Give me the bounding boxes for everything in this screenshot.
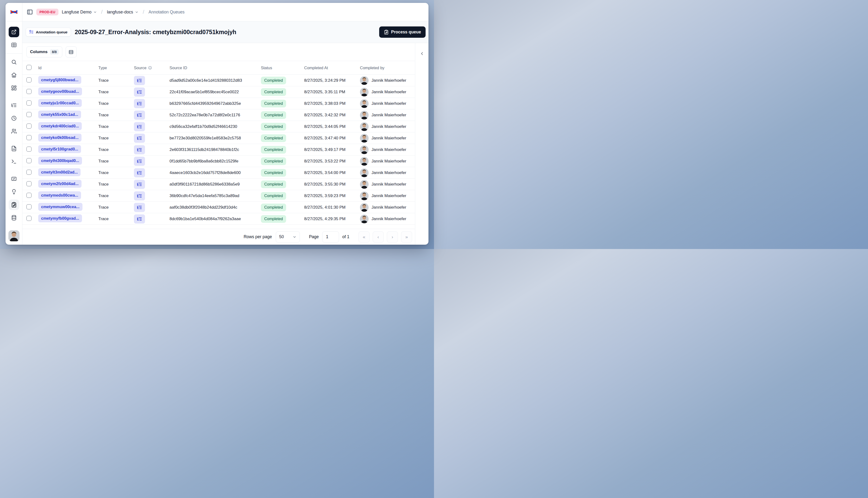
item-type: Trace <box>98 182 109 186</box>
column-header-status[interactable]: Status <box>258 61 302 75</box>
status-badge: Completed <box>261 111 286 119</box>
column-header-completed-by[interactable]: Completed by <box>358 61 415 75</box>
item-id-badge[interactable]: cmetylt3m00d2ad... <box>38 168 80 176</box>
sidebar-item-users[interactable] <box>9 126 19 136</box>
sidebar-item-traces[interactable] <box>9 100 19 110</box>
table-row[interactable]: cmetyg5j800bwad... Trace d5ad9d52a00c6e1… <box>22 75 415 86</box>
trace-source-badge[interactable] <box>134 157 145 166</box>
process-queue-button[interactable]: Process queue <box>379 26 426 38</box>
column-header-source-id[interactable]: Source ID <box>167 61 258 75</box>
trace-source-badge[interactable] <box>134 110 145 120</box>
item-id-badge[interactable]: cmetykdr400ciad0... <box>38 122 82 130</box>
sidebar-item-home[interactable] <box>9 70 19 80</box>
table-row[interactable]: cmetyko0k00bsad... Trace be7723e30d80205… <box>22 132 415 144</box>
row-checkbox[interactable] <box>26 204 31 209</box>
trace-source-badge[interactable] <box>134 145 145 154</box>
next-page-button[interactable]: › <box>387 232 398 243</box>
row-checkbox[interactable] <box>26 216 31 221</box>
row-checkbox[interactable] <box>26 147 31 152</box>
sidebar-item-search[interactable] <box>9 57 19 67</box>
completed-by-name: Jannik Maierhoefer <box>372 113 406 118</box>
row-checkbox[interactable] <box>26 170 31 175</box>
column-header-completed-at[interactable]: Completed At <box>302 61 358 75</box>
avatar <box>360 122 368 131</box>
source-id: a0df3f901167218d86b5286e6338a5e9 <box>169 182 240 186</box>
trace-source-badge[interactable] <box>134 203 145 212</box>
sidebar-item-evaluation[interactable] <box>9 173 19 184</box>
sidebar-item-open-external[interactable] <box>9 27 19 37</box>
row-checkbox[interactable] <box>26 181 31 186</box>
trace-source-badge[interactable] <box>134 168 145 178</box>
clipboard-pen-icon <box>384 29 389 35</box>
sidebar-item-dashboards[interactable] <box>9 83 19 93</box>
item-id-badge[interactable]: cmetymmuw00cea... <box>38 203 82 211</box>
table-row[interactable]: cmetym2fz00d4ad... Trace a0df3f901167218… <box>22 179 415 190</box>
info-icon <box>148 66 152 70</box>
avatar <box>360 215 368 223</box>
sidebar-toggle-button[interactable] <box>27 9 33 15</box>
table-row[interactable]: cmetyk55x00c1ad... Trace 52c72c2222ea78e… <box>22 109 415 121</box>
collapse-panel-button[interactable] <box>418 50 426 57</box>
column-header-id[interactable]: Id <box>36 61 96 75</box>
row-height-button[interactable] <box>66 47 77 57</box>
row-checkbox[interactable] <box>26 123 31 129</box>
page-number-input[interactable] <box>322 232 339 243</box>
select-all-checkbox[interactable] <box>26 65 31 70</box>
trace-source-badge[interactable] <box>134 214 145 224</box>
row-checkbox[interactable] <box>26 158 31 163</box>
columns-button[interactable]: Columns 8/8 <box>26 47 62 57</box>
trace-source-badge[interactable] <box>134 134 145 143</box>
table-row[interactable]: cmetylht300bqad0... Trace 0f1dd65b7bb9bf… <box>22 156 415 167</box>
sidebar-item-prompts[interactable] <box>9 143 19 154</box>
item-id-badge[interactable]: cmetyko0k00bsad... <box>38 134 81 142</box>
item-id-badge[interactable]: cmetyg5j800bwad... <box>38 76 81 84</box>
row-checkbox[interactable] <box>26 89 31 94</box>
row-checkbox[interactable] <box>26 135 31 140</box>
last-page-button[interactable]: » <box>401 232 412 243</box>
item-type: Trace <box>98 159 109 163</box>
breadcrumb-project[interactable]: langfuse-docs <box>107 10 139 15</box>
prev-page-button[interactable]: ‹ <box>373 232 384 243</box>
table-row[interactable]: cmetymeds00cwa... Trace 36b90cdfc47e5da1… <box>22 190 415 202</box>
table-row[interactable]: cmetykdr400ciad0... Trace c9d56ca32efaff… <box>22 121 415 132</box>
table-row[interactable]: cmetyl5r100grad0... Trace 2e603f31361115… <box>22 144 415 156</box>
table-row[interactable]: cmetymyfb00gvad... Trace 8dc69b1ba1e540b… <box>22 213 415 225</box>
trace-source-badge[interactable] <box>134 122 145 131</box>
sidebar-item-annotation-queues[interactable] <box>9 199 19 210</box>
trace-source-badge[interactable] <box>134 191 145 200</box>
breadcrumb-org[interactable]: Langfuse Demo <box>62 10 97 15</box>
table-row[interactable]: cmetyju1r00ccad0... Trace b63297665cfd44… <box>22 98 415 109</box>
item-id-badge[interactable]: cmetyk55x00c1ad... <box>38 110 81 118</box>
sidebar-item-datasets[interactable] <box>9 212 19 223</box>
row-checkbox[interactable] <box>26 101 31 105</box>
completed-by-name: Jannik Maierhoefer <box>372 90 406 94</box>
item-id-badge[interactable]: cmetymeds00cwa... <box>38 191 81 199</box>
langfuse-logo[interactable] <box>5 3 22 21</box>
first-page-button[interactable]: « <box>359 232 370 243</box>
item-id-badge[interactable]: cmetym2fz00d4ad... <box>38 180 81 188</box>
sidebar-item-playground[interactable] <box>9 156 19 167</box>
row-checkbox[interactable] <box>26 193 31 198</box>
sidebar-item-insights[interactable] <box>9 186 19 197</box>
completed-by-name: Jannik Maierhoefer <box>372 159 406 164</box>
trace-source-badge[interactable] <box>134 88 145 96</box>
sidebar-item-sessions[interactable] <box>9 113 19 123</box>
sidebar-item-tables[interactable] <box>9 40 19 50</box>
column-header-type[interactable]: Type <box>96 61 131 75</box>
item-id-badge[interactable]: cmetymyfb00gvad... <box>38 214 82 222</box>
table-row[interactable]: cmetygeov00buad... Trace 22c41f09acae5b1… <box>22 86 415 98</box>
item-id-badge[interactable]: cmetygeov00buad... <box>38 88 82 95</box>
table-row[interactable]: cmetylt3m00d2ad... Trace 4aaece1603cb2e1… <box>22 167 415 179</box>
column-header-source[interactable]: Source <box>131 61 167 75</box>
row-checkbox[interactable] <box>26 112 31 117</box>
trace-source-badge[interactable] <box>134 99 145 108</box>
trace-source-badge[interactable] <box>134 76 145 85</box>
item-id-badge[interactable]: cmetyju1r00ccad0... <box>38 99 82 107</box>
user-avatar[interactable] <box>9 230 20 241</box>
item-id-badge[interactable]: cmetylht300bqad0... <box>38 157 82 165</box>
trace-source-badge[interactable] <box>134 180 145 189</box>
item-id-badge[interactable]: cmetyl5r100grad0... <box>38 145 81 153</box>
rows-per-page-select[interactable]: 50 <box>276 232 300 243</box>
table-row[interactable]: cmetymmuw00cea... Trace aaf0c38db0f3f204… <box>22 202 415 213</box>
row-checkbox[interactable] <box>26 77 31 82</box>
